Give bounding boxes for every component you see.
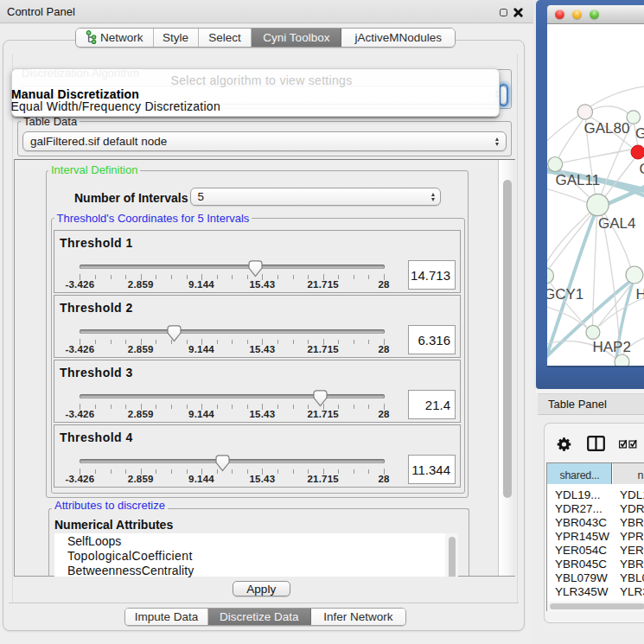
svg-text:H: H <box>635 286 644 303</box>
svg-text:GCY1: GCY1 <box>547 286 583 303</box>
svg-text:GAL11: GAL11 <box>555 172 600 188</box>
svg-text:GAL4: GAL4 <box>598 215 635 232</box>
svg-text:GAL80: GAL80 <box>583 120 629 137</box>
svg-text:GA: GA <box>635 125 644 142</box>
svg-text:HAP2: HAP2 <box>592 339 630 355</box>
svg-text:C: C <box>639 161 644 177</box>
